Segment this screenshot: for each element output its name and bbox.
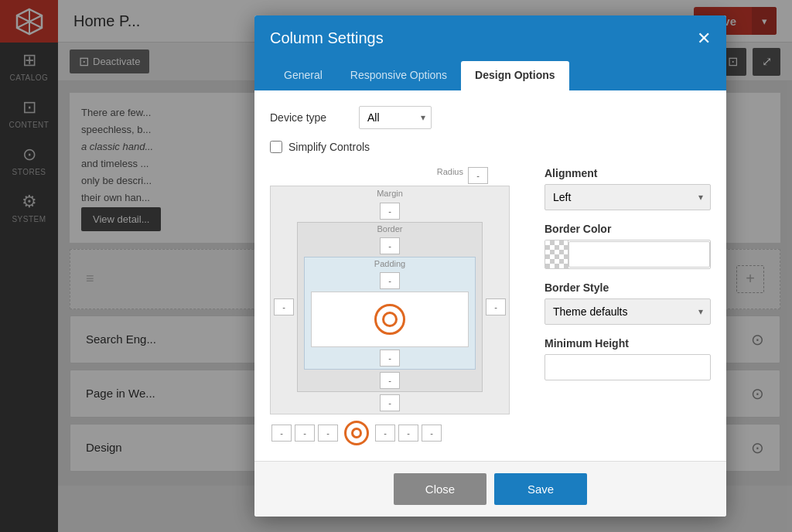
margin-right-input[interactable]: - bbox=[486, 298, 506, 315]
border-style-field: Border Style Theme defaults None Solid D… bbox=[544, 281, 711, 325]
right-column: Alignment Left Center Right ▾ Border Col… bbox=[544, 167, 711, 445]
border-style-select[interactable]: Theme defaults None Solid Dashed Dotted bbox=[544, 298, 711, 325]
margin-top-row: - bbox=[271, 200, 509, 222]
modal-close-button[interactable]: ✕ bbox=[697, 30, 711, 47]
border-right-cell bbox=[476, 257, 482, 370]
padding-left-cell bbox=[305, 292, 311, 347]
alignment-field: Alignment Left Center Right ▾ bbox=[544, 167, 711, 210]
border-color-text-input[interactable] bbox=[568, 241, 710, 268]
margin-bottom-row: - bbox=[271, 392, 509, 414]
margin-bottom-input[interactable]: - bbox=[380, 394, 400, 411]
modal-tabs: General Responsive Options Design Option… bbox=[254, 61, 726, 90]
margin-box: Margin - - Border bbox=[270, 186, 510, 414]
padding-top-row: - bbox=[305, 270, 475, 292]
alignment-select-wrap: Left Center Right ▾ bbox=[544, 184, 711, 210]
modal-columns: Radius - Margin - - bbox=[270, 167, 711, 445]
bottom-input-1[interactable]: - bbox=[271, 425, 292, 442]
padding-bottom-row: - bbox=[305, 347, 475, 369]
margin-middle-row: - Border - bbox=[271, 222, 509, 392]
padding-middle-row bbox=[305, 292, 475, 347]
column-settings-modal: Column Settings ✕ General Responsive Opt… bbox=[254, 15, 726, 517]
border-color-label: Border Color bbox=[544, 223, 711, 235]
padding-inner: Padding - bbox=[304, 257, 476, 370]
close-button[interactable]: Close bbox=[394, 473, 486, 505]
device-type-select[interactable]: All Desktop Tablet Mobile bbox=[359, 106, 432, 129]
padding-top-input[interactable]: - bbox=[380, 272, 400, 289]
padding-label: Padding bbox=[305, 257, 475, 270]
bottom-input-5[interactable]: - bbox=[398, 425, 418, 442]
box-model-area: Radius - Margin - - bbox=[270, 167, 525, 445]
alignment-select[interactable]: Left Center Right bbox=[544, 184, 711, 210]
simplify-controls-label: Simplify Controls bbox=[288, 141, 370, 153]
border-top-input[interactable]: - bbox=[380, 237, 400, 254]
border-label: Border bbox=[298, 223, 482, 235]
modal-body: Device type All Desktop Tablet Mobile ▾ … bbox=[254, 90, 726, 461]
tab-general[interactable]: General bbox=[270, 61, 336, 91]
bottom-input-2[interactable]: - bbox=[295, 425, 315, 442]
content-inner bbox=[311, 292, 469, 347]
margin-right-cell: - bbox=[483, 222, 509, 392]
color-checker-swatch[interactable] bbox=[545, 240, 568, 268]
minimum-height-input[interactable] bbox=[544, 354, 711, 380]
modal-footer: Close Save bbox=[254, 461, 726, 517]
border-bottom-row: - bbox=[298, 370, 482, 391]
border-box: Border - bbox=[297, 222, 483, 392]
border-top-row: - bbox=[298, 235, 482, 257]
device-type-select-wrap: All Desktop Tablet Mobile ▾ bbox=[359, 106, 432, 129]
device-type-label: Device type bbox=[270, 111, 347, 124]
center-column-icon bbox=[344, 421, 369, 445]
border-bottom-input[interactable]: - bbox=[380, 372, 400, 389]
bottom-input-4[interactable]: - bbox=[375, 425, 395, 442]
center-column-icon-inner bbox=[351, 428, 362, 438]
margin-left-input[interactable]: - bbox=[274, 298, 294, 315]
bottom-inputs-row: - - - - - - bbox=[270, 421, 510, 445]
minimum-height-label: Minimum Height bbox=[544, 337, 711, 350]
border-style-label: Border Style bbox=[544, 281, 711, 294]
column-icon-inner bbox=[382, 312, 398, 327]
tab-design[interactable]: Design Options bbox=[461, 61, 568, 91]
device-type-row: Device type All Desktop Tablet Mobile ▾ bbox=[270, 106, 711, 129]
border-color-field: Border Color bbox=[544, 223, 711, 269]
border-left-cell bbox=[298, 257, 304, 370]
save-button[interactable]: Save bbox=[494, 473, 587, 505]
modal-title: Column Settings bbox=[270, 29, 384, 47]
radius-label: Radius bbox=[437, 167, 463, 184]
bottom-input-3[interactable]: - bbox=[318, 425, 338, 442]
border-style-select-wrap: Theme defaults None Solid Dashed Dotted … bbox=[544, 298, 711, 325]
border-inner: Border - bbox=[297, 222, 483, 392]
border-middle-row: Padding - bbox=[298, 257, 482, 370]
margin-label: Margin bbox=[271, 186, 509, 200]
content-box bbox=[311, 292, 469, 347]
minimum-height-field: Minimum Height bbox=[544, 337, 711, 380]
padding-right-cell bbox=[469, 292, 475, 347]
simplify-controls-row: Simplify Controls bbox=[270, 141, 711, 153]
column-icon bbox=[374, 304, 405, 335]
tab-responsive[interactable]: Responsive Options bbox=[336, 61, 461, 91]
margin-top-input[interactable]: - bbox=[380, 203, 400, 220]
box-model-container: Radius - Margin - - bbox=[270, 167, 510, 445]
simplify-controls-checkbox[interactable] bbox=[270, 141, 282, 153]
padding-bottom-input[interactable]: - bbox=[380, 350, 400, 367]
modal-header: Column Settings ✕ bbox=[254, 15, 726, 61]
margin-left-cell: - bbox=[271, 222, 297, 392]
alignment-label: Alignment bbox=[544, 167, 711, 179]
padding-box: Padding - bbox=[304, 257, 476, 370]
bottom-input-6[interactable]: - bbox=[422, 425, 442, 442]
radius-input[interactable]: - bbox=[468, 167, 488, 184]
border-color-input-wrap bbox=[544, 240, 711, 269]
